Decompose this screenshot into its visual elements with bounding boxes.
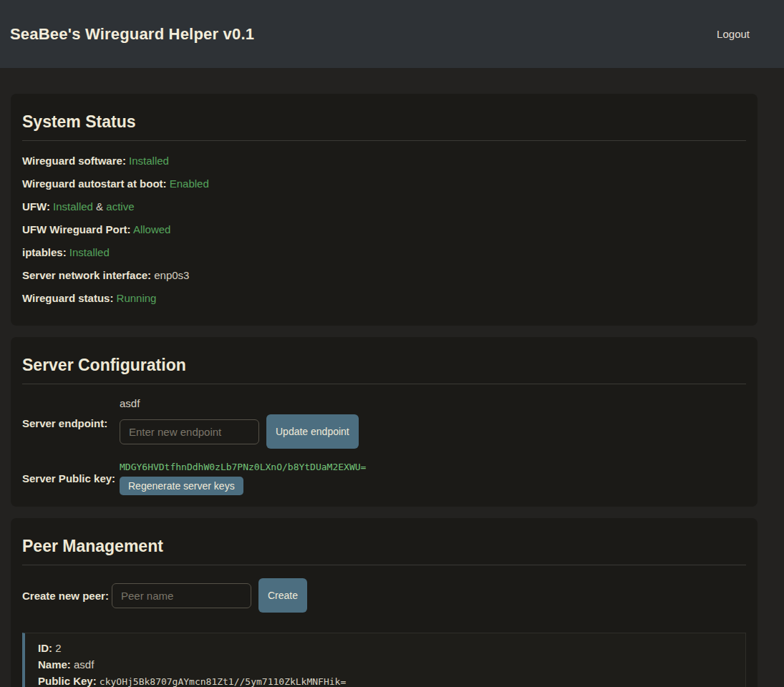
peer-id-label: ID: [38,642,52,654]
status-ufw: UFW: Installed & active [22,200,746,213]
status-value: enp0s3 [154,269,189,281]
peer-public-key-line: Public Key: ckyOHj5Bk8707gAYmcn81Zt1//5y… [38,675,732,687]
main-content: System Status Wireguard software: Instal… [11,94,758,687]
peer-management-card: Peer Management Create new peer: Create … [11,518,758,687]
divider [22,140,746,141]
status-label: Wireguard status: [22,292,113,304]
update-endpoint-button[interactable]: Update endpoint [266,414,359,449]
peer-public-key-value: ckyOHj5Bk8707gAYmcn81Zt1//5ym7110ZkLkMNF… [100,676,346,687]
endpoint-input[interactable] [120,419,259,444]
create-peer-button[interactable]: Create [258,578,307,613]
status-ufw-port: UFW Wireguard Port: Allowed [22,223,746,236]
server-endpoint-label: Server endpoint: [22,417,120,429]
peer-name-label: Name: [38,658,71,671]
status-value: Installed [129,155,169,167]
create-peer-label: Create new peer: [22,590,112,602]
server-public-key-value: MDGY6HVDtfhnDdhW0zLb7PNz0LXnO/b8YtDUaM2E… [120,462,366,472]
peer-id-value: 2 [55,642,61,654]
status-value-2: active [106,200,134,213]
status-label: UFW Wireguard Port: [22,223,131,235]
peer-name-input[interactable] [112,583,251,608]
status-label: Server network interface: [22,269,151,281]
header: SeaBee's Wireguard Helper v0.1 Logout [0,0,784,68]
status-value: Allowed [133,223,171,235]
status-separator: & [96,200,103,213]
peer-management-title: Peer Management [22,537,746,556]
peer-name-line: Name: asdf [38,658,732,671]
status-label: iptables: [22,246,67,258]
system-status-title: System Status [22,112,746,132]
status-value: Enabled [170,177,209,190]
status-iptables: iptables: Installed [22,245,746,259]
regenerate-server-keys-button[interactable]: Regenerate server keys [120,477,243,495]
status-label: UFW: [22,200,50,213]
status-network-interface: Server network interface: enp0s3 [22,268,746,282]
status-value: Running [117,292,157,304]
peer-id-line: ID: 2 [38,642,732,655]
server-configuration-title: Server Configuration [22,356,746,375]
logout-link[interactable]: Logout [717,28,750,40]
server-configuration-card: Server Configuration Server endpoint: as… [11,337,758,507]
server-public-key-label: Server Public key: [22,472,120,484]
divider [22,565,746,565]
status-value: Installed [53,200,93,213]
peer-name-value: asdf [74,658,94,671]
system-status-card: System Status Wireguard software: Instal… [11,94,758,326]
peer-public-key-label: Public Key: [38,675,97,687]
status-wireguard-software: Wireguard software: Installed [22,154,746,167]
divider [22,384,746,384]
server-endpoint-row: Server endpoint: asdf Update endpoint [22,397,746,449]
peer-entry: ID: 2 Name: asdf Public Key: ckyOHj5Bk87… [22,633,746,687]
app-title: SeaBee's Wireguard Helper v0.1 [10,25,254,44]
status-value: Installed [69,246,110,258]
status-label: Wireguard autostart at boot: [22,177,167,190]
current-endpoint-value: asdf [120,397,359,409]
create-peer-row: Create new peer: Create [22,578,746,613]
status-autostart: Wireguard autostart at boot: Enabled [22,177,746,190]
status-wireguard-status: Wireguard status: Running [22,291,746,305]
server-public-key-row: Server Public key: MDGY6HVDtfhnDdhW0zLb7… [22,462,746,495]
status-label: Wireguard software: [22,155,126,167]
